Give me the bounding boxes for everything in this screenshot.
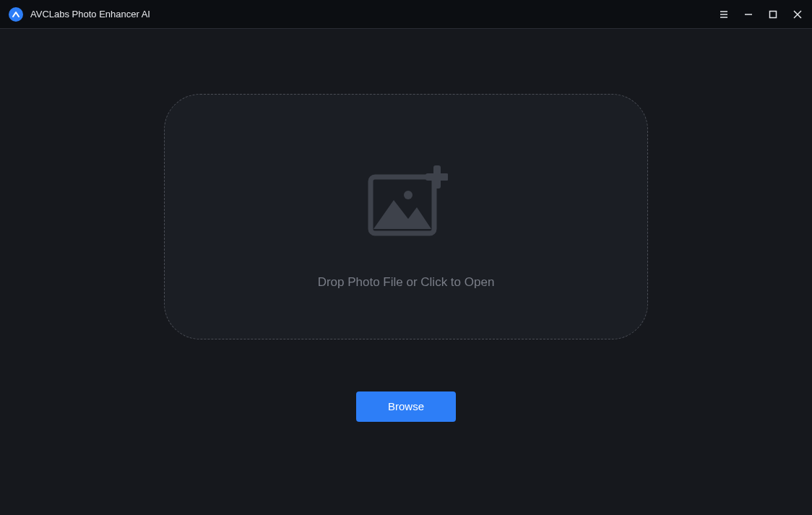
browse-button[interactable]: Browse [356,391,456,422]
minimize-icon[interactable] [743,9,754,20]
app-logo-icon [9,7,23,22]
titlebar: AVCLabs Photo Enhancer AI [0,0,812,29]
drop-zone[interactable]: Drop Photo File or Click to Open [164,94,648,339]
titlebar-left: AVCLabs Photo Enhancer AI [9,7,150,22]
svg-rect-10 [426,173,448,181]
add-image-icon [365,165,448,241]
close-icon[interactable] [792,9,803,20]
app-title: AVCLabs Photo Enhancer AI [30,9,150,20]
drop-instruction: Drop Photo File or Click to Open [318,275,495,290]
titlebar-right [718,9,803,20]
menu-icon[interactable] [718,9,730,20]
maximize-icon[interactable] [767,9,779,20]
svg-rect-4 [770,11,777,17]
svg-point-8 [404,191,413,199]
main-content: Drop Photo File or Click to Open Browse [0,29,812,515]
